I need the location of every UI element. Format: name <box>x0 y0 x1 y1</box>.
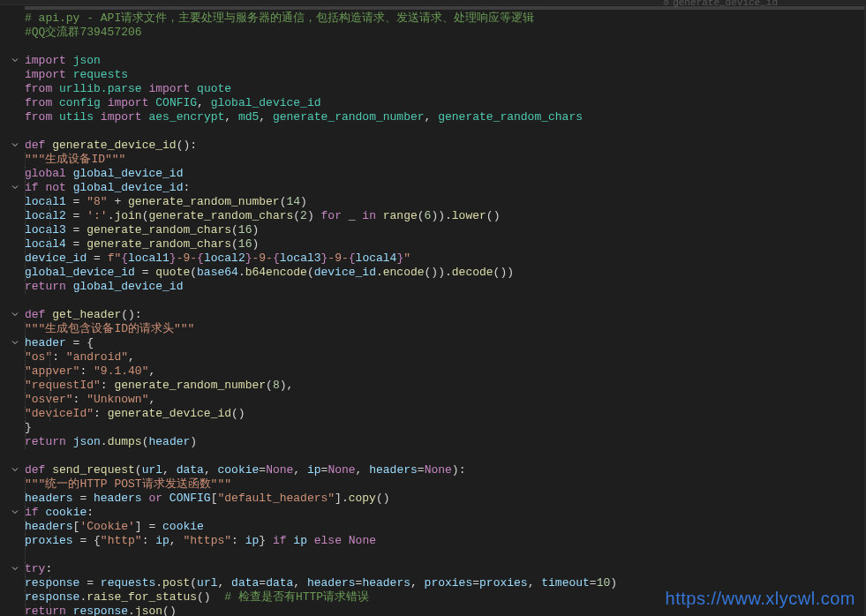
code-line <box>0 124 866 139</box>
comment: #QQ交流群739457206 <box>25 26 142 39</box>
tab-item[interactable]: ⊙ generate_device_id <box>664 0 778 8</box>
watermark-text: https://www.xlycwl.com <box>666 589 855 609</box>
code-line: from utils import aes_encrypt, md5, gene… <box>0 110 866 124</box>
code-line: if not global_device_id: <box>0 181 866 195</box>
code-line: } <box>0 421 866 435</box>
code-line: "osver": "Unknown", <box>0 393 866 407</box>
code-line: return json.dumps(header) <box>0 435 866 449</box>
code-line: def send_request(url, data, cookie=None,… <box>0 463 866 477</box>
code-line: def get_header(): <box>0 308 866 322</box>
code-line <box>0 294 866 308</box>
code-line: if cookie: <box>0 506 866 520</box>
code-line: "requestId": generate_random_number(8), <box>0 379 866 393</box>
code-line: import json <box>0 54 866 68</box>
chevron-down-icon[interactable] <box>9 506 21 518</box>
code-line: "deviceId": generate_device_id() <box>0 407 866 421</box>
chevron-down-icon[interactable] <box>9 54 21 66</box>
code-line: local4 = generate_random_chars(16) <box>0 237 866 252</box>
code-line: "appver": "9.1.40", <box>0 364 866 379</box>
chevron-down-icon[interactable] <box>9 139 21 151</box>
code-line: local2 = ':'.join(generate_random_chars(… <box>0 209 866 223</box>
code-line: from urllib.parse import quote <box>0 82 866 96</box>
circle-icon: ⊙ <box>664 0 670 8</box>
code-line: def generate_device_id(): <box>0 139 866 153</box>
code-line <box>0 449 866 463</box>
code-line: #QQ交流群739457206 <box>0 26 866 40</box>
code-line: from config import CONFIG, global_device… <box>0 96 866 110</box>
code-line: import requests <box>0 68 866 82</box>
chevron-down-icon[interactable] <box>9 463 21 476</box>
code-line: try: <box>0 562 866 576</box>
code-line: # api.py - API请求文件，主要处理与服务器的通信，包括构造请求、发送… <box>0 11 866 26</box>
code-line: proxies = {"http": ip, "https": ip} if i… <box>0 534 866 548</box>
code-line: headers = headers or CONFIG["default_hea… <box>0 492 866 506</box>
code-line: header = { <box>0 336 866 350</box>
chevron-down-icon[interactable] <box>9 336 21 349</box>
code-line: headers['Cookie'] = cookie <box>0 520 866 534</box>
code-line: """生成包含设备ID的请求头""" <box>0 322 866 336</box>
code-editor[interactable]: # api.py - API请求文件，主要处理与服务器的通信，包括构造请求、发送… <box>0 10 866 616</box>
code-line: global_device_id = quote(base64.b64encod… <box>0 266 866 280</box>
chevron-down-icon[interactable] <box>9 562 21 575</box>
tab-label: generate_device_id <box>673 0 778 8</box>
tab-bar: ⊙ generate_device_id <box>0 0 866 5</box>
comment: # api.py - API请求文件，主要处理与服务器的通信，包括构造请求、发送… <box>25 11 534 25</box>
code-line: """统一的HTTP POST请求发送函数""" <box>0 477 866 492</box>
chevron-down-icon[interactable] <box>9 308 21 320</box>
code-line <box>0 40 866 54</box>
code-line: local1 = "8" + generate_random_number(14… <box>0 195 866 209</box>
code-line: "os": "android", <box>0 350 866 364</box>
code-line: return global_device_id <box>0 280 866 294</box>
chevron-down-icon[interactable] <box>9 181 21 193</box>
code-line: """生成设备ID""" <box>0 153 866 167</box>
code-line <box>0 548 866 562</box>
code-line: device_id = f"{local1}-9-{local2}-9-{loc… <box>0 252 866 266</box>
code-line: global global_device_id <box>0 167 866 181</box>
code-line: local3 = generate_random_chars(16) <box>0 223 866 237</box>
